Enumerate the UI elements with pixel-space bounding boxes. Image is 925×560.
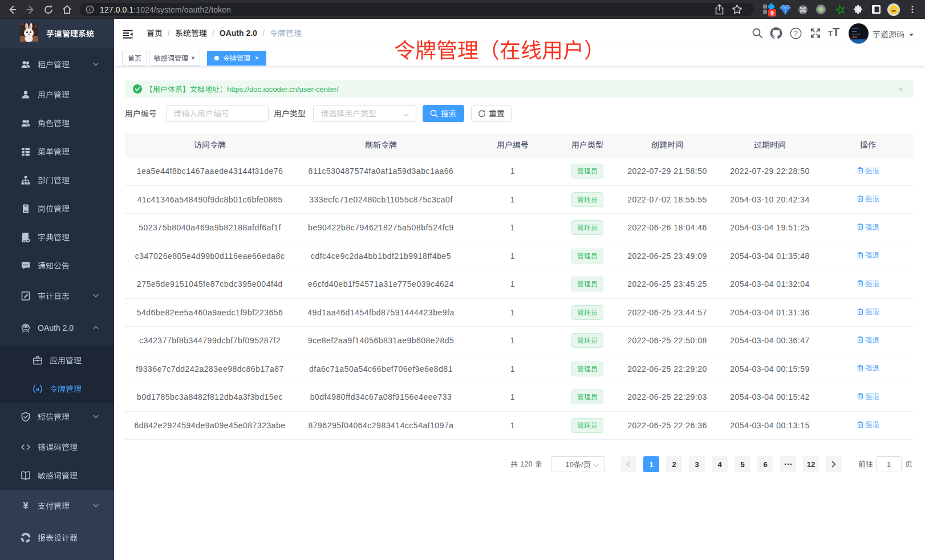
svg-text:9: 9 (770, 10, 774, 16)
svg-text:?: ? (794, 30, 798, 38)
svg-text:a: a (36, 386, 39, 392)
